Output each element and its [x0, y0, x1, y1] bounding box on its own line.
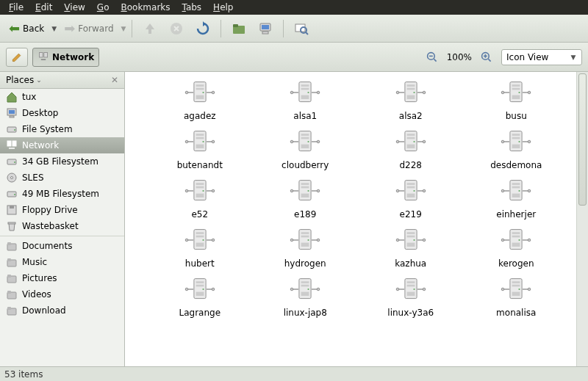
network-host[interactable]: alsa1: [260, 79, 351, 121]
svg-point-220: [528, 288, 531, 291]
reload-button[interactable]: [191, 19, 215, 38]
search-button[interactable]: [290, 19, 313, 38]
svg-rect-10: [44, 52, 48, 57]
svg-rect-223: [512, 285, 520, 287]
sidebar-item-49-mb-filesystem[interactable]: 49 MB Filesystem: [0, 186, 124, 202]
sidebar-item-music[interactable]: Music: [0, 254, 124, 270]
sidebar-item-label: Documents: [22, 241, 72, 251]
svg-rect-39: [7, 258, 11, 261]
host-label: hydrogen: [284, 258, 326, 269]
svg-point-157: [212, 239, 215, 242]
network-host[interactable]: hubert: [154, 227, 245, 269]
server-icon: [289, 128, 321, 157]
chevron-down-icon: ⌄: [36, 76, 42, 84]
scrollbar-thumb[interactable]: [578, 73, 587, 206]
svg-rect-196: [196, 285, 204, 287]
sidebar-item-sles[interactable]: SLES: [0, 170, 124, 186]
host-label: hubert: [185, 258, 215, 269]
sidebar-item-network[interactable]: Network: [0, 137, 124, 153]
sidebar-item-file-system[interactable]: File System: [0, 121, 124, 137]
sidebar-item-download[interactable]: Download: [0, 302, 124, 319]
sidebar: Places ⌄ ✕ tuxDesktopFile SystemNetwork3…: [0, 72, 125, 366]
view-mode-select[interactable]: Icon View ▼: [501, 49, 582, 65]
server-icon: [395, 128, 427, 157]
network-host[interactable]: linux-jap8: [260, 276, 351, 318]
sidebar-header: Places ⌄ ✕: [0, 72, 124, 89]
svg-point-148: [528, 189, 531, 192]
svg-point-84: [185, 140, 188, 143]
svg-rect-116: [512, 145, 520, 148]
network-host[interactable]: butenandt: [154, 128, 245, 170]
sidebar-item-34-gb-filesystem[interactable]: 34 GB Filesystem: [0, 153, 124, 170]
menu-go[interactable]: Go: [91, 1, 115, 14]
svg-rect-152: [512, 194, 520, 197]
location-bar: Network 100% Icon View ▼: [0, 43, 588, 72]
location-network-button[interactable]: Network: [32, 48, 99, 67]
host-label: d228: [399, 160, 422, 170]
server-icon: [500, 79, 532, 108]
svg-rect-124: [196, 186, 204, 189]
svg-point-139: [423, 189, 426, 192]
sidebar-item-pictures[interactable]: Pictures: [0, 270, 124, 286]
sidebar-item-videos[interactable]: Videos: [0, 286, 124, 302]
vertical-scrollbar[interactable]: [576, 72, 588, 366]
svg-rect-177: [406, 232, 415, 234]
sidebar-item-documents[interactable]: Documents: [0, 238, 124, 254]
network-host[interactable]: hydrogen: [260, 227, 351, 269]
network-host[interactable]: desdemona: [471, 128, 562, 170]
svg-rect-79: [512, 88, 520, 90]
zoom-in-button[interactable]: [476, 49, 497, 65]
main-area: Places ⌄ ✕ tuxDesktopFile SystemNetwork3…: [0, 72, 588, 366]
network-host[interactable]: e219: [365, 178, 456, 219]
svg-rect-89: [196, 145, 204, 148]
network-host[interactable]: cloudberry: [260, 128, 351, 170]
svg-rect-123: [196, 183, 204, 185]
network-host[interactable]: einherjer: [471, 178, 562, 219]
svg-point-192: [185, 288, 188, 291]
close-sidebar-button[interactable]: ✕: [111, 75, 118, 85]
network-host[interactable]: busu: [471, 79, 562, 121]
icon-view[interactable]: agadez alsa1 alsa2 busu butenandt cloudb…: [125, 72, 576, 366]
svg-point-201: [290, 288, 293, 291]
sidebar-item-desktop[interactable]: Desktop: [0, 105, 124, 121]
menu-tabs[interactable]: Tabs: [176, 1, 208, 14]
sidebar-item-tux[interactable]: tux: [0, 89, 124, 105]
host-label: cloudberry: [282, 160, 329, 170]
network-host[interactable]: agadez: [154, 79, 245, 121]
network-host[interactable]: Lagrange: [154, 276, 245, 318]
network-host[interactable]: kazhua: [365, 227, 456, 269]
network-host[interactable]: e52: [154, 178, 245, 219]
separator: [220, 20, 221, 37]
edit-location-button[interactable]: [6, 48, 28, 67]
network-host[interactable]: alsa2: [365, 79, 456, 121]
network-host[interactable]: monalisa: [471, 276, 562, 318]
svg-rect-186: [512, 232, 520, 234]
network-host[interactable]: d228: [365, 128, 456, 170]
sidebar-item-floppy-drive[interactable]: Floppy Drive: [0, 202, 124, 218]
network-host[interactable]: kerogen: [471, 227, 562, 269]
stop-icon: [169, 21, 184, 36]
sidebar-item-wastebasket[interactable]: Wastebasket: [0, 218, 124, 234]
host-label: kazhua: [395, 258, 426, 269]
svg-rect-41: [7, 275, 11, 277]
menu-file[interactable]: File: [3, 1, 29, 14]
svg-rect-214: [406, 285, 415, 287]
zoom-percent: 100%: [447, 52, 472, 62]
back-button[interactable]: ⬅ Back: [4, 18, 49, 38]
icon-grid: agadez alsa1 alsa2 busu butenandt cloudb…: [154, 79, 562, 318]
svg-point-147: [501, 189, 504, 192]
home-button[interactable]: [227, 19, 251, 38]
svg-point-219: [501, 288, 504, 291]
menu-help[interactable]: Help: [207, 1, 239, 14]
svg-point-90: [202, 141, 204, 142]
menu-edit[interactable]: Edit: [29, 1, 58, 14]
server-icon: [500, 276, 532, 305]
menu-view[interactable]: View: [58, 1, 90, 14]
computer-button[interactable]: [254, 19, 277, 38]
network-host[interactable]: e189: [260, 178, 351, 219]
network-host[interactable]: linux-y3a6: [365, 276, 456, 318]
places-dropdown[interactable]: Places ⌄: [6, 75, 42, 85]
menu-bookmarks[interactable]: Bookmarks: [115, 1, 176, 14]
zoom-out-button[interactable]: [422, 49, 442, 65]
back-history-dropdown[interactable]: ▼: [51, 25, 57, 32]
